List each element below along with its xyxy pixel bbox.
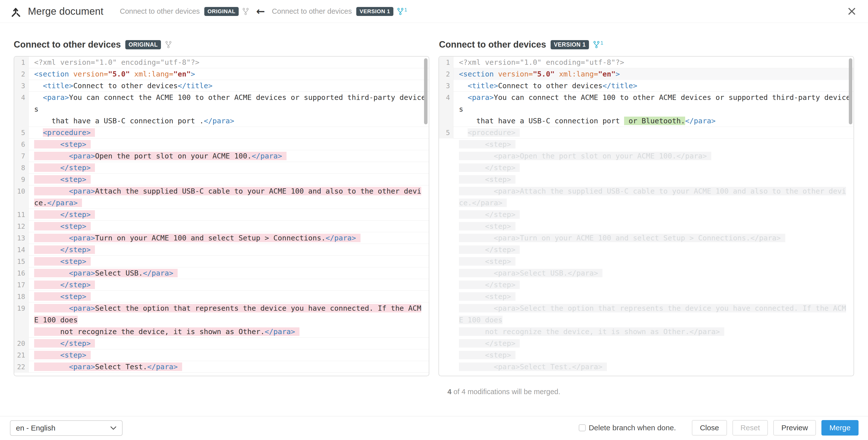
close-button[interactable]: Close (692, 420, 727, 436)
line-number: 1 (439, 57, 454, 68)
code-line: 6 <step> (14, 138, 429, 150)
code-line: 19 <para>Select the option that represen… (14, 303, 429, 338)
code-row: <section version="5.0" xml:lang="en"> (459, 68, 854, 80)
line-number (439, 244, 454, 256)
code-row: <procedure> (34, 127, 429, 138)
code-line: <step> (439, 291, 854, 303)
right-panel-title: Connect to other devices (439, 39, 546, 50)
code-line: 14 </step> (14, 244, 429, 256)
code-row: </step> (34, 244, 429, 256)
code-row: <para>You can connect the ACME 100 to ot… (34, 92, 429, 103)
delete-branch-label[interactable]: Delete branch when done. (589, 423, 676, 432)
line-number: 11 (14, 209, 29, 220)
code-row: <?xml version="1.0" encoding="utf-8"?> (34, 57, 429, 68)
line-number: 14 (14, 244, 29, 256)
line-number (439, 220, 454, 232)
code-row: <?xml version="1.0" encoding="utf-8"?> (459, 57, 854, 68)
left-panel-header: Connect to other devices ORIGINAL (14, 37, 172, 52)
code-line: 22 <para>Select Test.</para> (14, 361, 429, 373)
code-line: <para>Select USB.</para> (439, 268, 854, 279)
code-line: 18 <step> (14, 291, 429, 303)
line-number: 2 (14, 68, 29, 80)
code-line: <step> (439, 174, 854, 185)
code-line: 3 <title>Connect to other devices</title… (439, 80, 854, 92)
code-line: 1<?xml version="1.0" encoding="utf-8"?> (439, 57, 854, 68)
language-select-value: en - English (16, 424, 55, 432)
code-row: <para>Attach the supplied USB-C cable to… (34, 185, 429, 197)
code-line: 10 <para>Attach the supplied USB-C cable… (14, 185, 429, 209)
header: Merge document Connect to other devices … (0, 0, 868, 23)
code-line: 8 </step> (14, 162, 429, 174)
language-select[interactable]: en - English (10, 420, 123, 436)
left-panel-title: Connect to other devices (14, 39, 121, 50)
code-row: </step> (459, 209, 854, 220)
preview-button[interactable]: Preview (773, 420, 816, 436)
right-panel-version-badge: VERSION 1 (551, 40, 589, 49)
code-row: <para>Select Test.</para> (34, 361, 429, 373)
close-icon[interactable]: × (845, 4, 859, 18)
reset-button[interactable]: Reset (733, 420, 768, 436)
code-line: <step> (439, 256, 854, 268)
code-line: 11 </step> (14, 209, 429, 220)
version-code-panel: 1<?xml version="1.0" encoding="utf-8"?>2… (438, 56, 854, 376)
code-row: </step> (34, 162, 429, 174)
code-row: <para>Select USB.</para> (459, 268, 854, 279)
line-number: 8 (14, 162, 29, 174)
line-number: 20 (14, 338, 29, 349)
code-line: 1<?xml version="1.0" encoding="utf-8"?> (14, 57, 429, 68)
footer-bar: en - English Delete branch when done. Cl… (0, 416, 868, 440)
code-row: </step> (34, 209, 429, 220)
code-line: <step> (439, 220, 854, 232)
code-row: <step> (34, 220, 429, 232)
code-row: that have a USB-C connection port .</par… (34, 115, 429, 127)
merge-button[interactable]: Merge (822, 420, 859, 436)
footer-actions: Delete branch when done. Close Reset Pre… (579, 420, 859, 436)
right-panel-header: Connect to other devices VERSION 1 1 (439, 37, 603, 52)
line-number: 7 (14, 150, 29, 162)
code-row: E 100 does (34, 314, 429, 326)
code-row: s (459, 103, 854, 115)
line-number: 10 (14, 185, 29, 209)
code-line: 5 <procedure> (439, 127, 854, 138)
code-line: 2<section version="5.0" xml:lang="en"> (439, 68, 854, 80)
delete-branch-checkbox[interactable] (579, 424, 586, 431)
line-number: 5 (439, 127, 454, 138)
right-panel-branch-icon: 1 (593, 40, 603, 49)
line-number (439, 303, 454, 338)
line-number (439, 349, 454, 361)
code-line: 5 <procedure> (14, 127, 429, 138)
line-number: 15 (14, 256, 29, 268)
line-number (439, 174, 454, 185)
branch-version-number: 1 (404, 7, 407, 12)
modifications-note: 4 of 4 modifications will be merged. (447, 388, 560, 396)
original-code-editor[interactable]: 1<?xml version="1.0" encoding="utf-8"?>2… (14, 57, 429, 376)
line-number: 22 (14, 361, 29, 373)
version-code-editor[interactable]: 1<?xml version="1.0" encoding="utf-8"?>2… (439, 57, 854, 376)
modifications-note-text: of 4 modifications will be merged. (452, 388, 560, 396)
line-number: 9 (14, 174, 29, 185)
code-row: </step> (34, 279, 429, 291)
right-panel-branch-number: 1 (600, 40, 603, 45)
code-row: <title>Connect to other devices</title> (459, 80, 854, 92)
code-line: <step> (439, 138, 854, 150)
left-panel-scrollbar[interactable] (424, 58, 428, 124)
code-row: <para>Open the port slot on your ACME 10… (459, 150, 854, 162)
code-line: <para>Open the port slot on your ACME 10… (439, 150, 854, 162)
modifications-count: 4 (447, 388, 452, 396)
code-row: <para>Select the option that represents … (459, 303, 854, 314)
code-row: <para>Turn on your ACME 100 and select S… (459, 232, 854, 244)
line-number (439, 150, 454, 162)
code-line: 2<section version="5.0" xml:lang="en"> (14, 68, 429, 80)
line-number: 21 (14, 349, 29, 361)
line-number (439, 138, 454, 150)
code-line: 4 <para>You can connect the ACME 100 to … (14, 92, 429, 127)
code-row: </step> (459, 338, 854, 349)
chevron-down-icon (110, 426, 117, 430)
right-panel-scrollbar[interactable] (849, 58, 852, 124)
code-row: E 100 does (459, 314, 854, 326)
code-line: </step> (439, 162, 854, 174)
line-number (439, 185, 454, 209)
line-number: 17 (14, 279, 29, 291)
line-number (439, 232, 454, 244)
original-code-panel: 1<?xml version="1.0" encoding="utf-8"?>2… (14, 56, 429, 376)
